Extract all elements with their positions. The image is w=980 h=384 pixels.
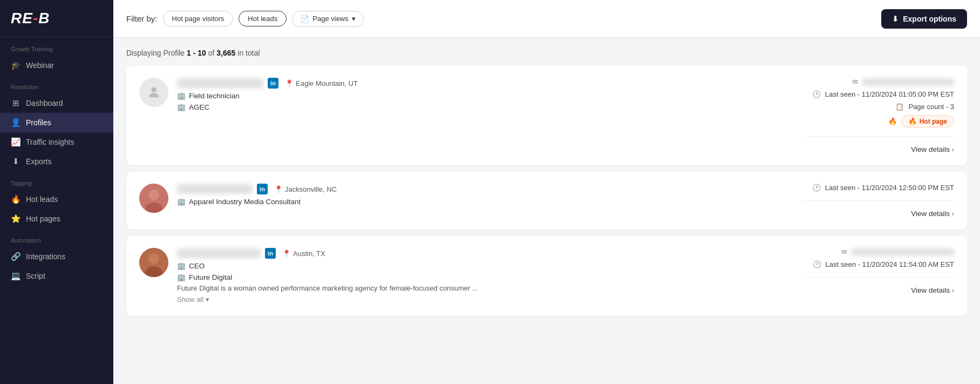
hot-leads-icon: 🔥 <box>11 194 21 204</box>
hot-page-row: 🔥 🔥 Hot page <box>888 115 954 127</box>
profile-left: in 📍 Jacksonville, NC 🏢 Apparel Industry… <box>139 184 803 213</box>
company-text: Future Digital <box>189 273 232 281</box>
sidebar-item-hot-pages[interactable]: ⭐ Hot pages <box>0 209 113 228</box>
profile-location: Austin, TX <box>293 250 325 258</box>
section-label-automation: Automation <box>0 228 113 247</box>
view-details-button[interactable]: View details › <box>911 286 954 294</box>
sidebar-item-dashboard[interactable]: ⊞ Dashboard <box>0 93 113 113</box>
sidebar-item-script[interactable]: 💻 Script <box>0 266 113 286</box>
sidebar-item-label: Profiles <box>26 118 51 127</box>
filter-hot-visitors[interactable]: Hot page visitors <box>163 11 234 26</box>
topbar: Filter by: Hot page visitors Hot leads 📄… <box>113 0 980 38</box>
filter-label: Filter by: <box>126 14 158 23</box>
chevron-right-icon: › <box>952 210 954 218</box>
profile-location: Eagle Mountain, UT <box>296 79 358 87</box>
sidebar-item-label: Dashboard <box>26 99 63 107</box>
clock-icon: 🕐 <box>812 90 821 98</box>
export-icon: ⬇ <box>892 15 899 23</box>
svg-point-2 <box>148 190 159 200</box>
main-content: Filter by: Hot page visitors Hot leads 📄… <box>113 0 980 384</box>
avatar <box>139 184 168 213</box>
sidebar-item-profiles[interactable]: 👤 Profiles <box>0 113 113 132</box>
pin-icon: 📍 <box>274 185 283 193</box>
sidebar-item-traffic-insights[interactable]: 📈 Traffic insights <box>0 132 113 152</box>
profile-name-row: in 📍 Jacksonville, NC <box>177 184 803 194</box>
filter-hot-leads[interactable]: Hot leads <box>239 11 287 26</box>
filter-page-views[interactable]: 📄 Page views ▾ <box>292 11 363 27</box>
page-count-text: Page count - 3 <box>908 103 954 111</box>
company-icon: 🏢 <box>177 273 186 281</box>
integrations-icon: 🔗 <box>11 252 21 261</box>
profile-company: 🏢 Future Digital <box>177 273 803 281</box>
company-text: AGEC <box>189 103 209 111</box>
profile-card: in 📍 Jacksonville, NC 🏢 Apparel Industry… <box>126 172 967 230</box>
profile-right: ✉ 🕐 Last seen - 11/20/2024 11:54:00 AM E… <box>803 248 954 294</box>
last-seen-text: Last seen - 11/20/2024 01:05:00 PM EST <box>825 90 954 98</box>
sidebar-item-label: Integrations <box>26 252 65 261</box>
webinar-icon: 🎓 <box>11 60 21 70</box>
profile-left: in 📍 Eagle Mountain, UT 🏢 Field technici… <box>139 78 803 111</box>
sidebar-item-webinar[interactable]: 🎓 Webinar <box>0 56 113 75</box>
sidebar-item-label: Traffic insights <box>26 138 74 146</box>
profile-name-row: in 📍 Austin, TX <box>177 248 803 259</box>
profile-info: in 📍 Eagle Mountain, UT 🏢 Field technici… <box>177 78 803 111</box>
export-options-button[interactable]: ⬇ Export options <box>881 9 967 29</box>
sidebar-item-label: Hot pages <box>26 214 60 223</box>
profile-job-title: 🏢 Field technician <box>177 92 803 100</box>
last-seen-text: Last seen - 11/20/2024 12:50:00 PM EST <box>825 184 954 192</box>
sidebar-item-label: Exports <box>26 157 51 166</box>
profile-right: ✉ 🕐 Last seen - 11/20/2024 01:05:00 PM E… <box>803 78 954 153</box>
chevron-down-icon: ▾ <box>206 295 209 304</box>
logo-area: RE-B <box>0 0 113 37</box>
profiles-content: Displaying Profile 1 - 10 of 3,665 in to… <box>113 38 980 384</box>
dropdown-chevron-icon: ▾ <box>352 15 356 23</box>
briefcase-icon: 🏢 <box>177 92 186 100</box>
show-all-button[interactable]: Show all ▾ <box>177 295 209 304</box>
page-views-icon: 📄 <box>300 15 309 23</box>
profile-name-blurred <box>177 184 253 194</box>
separator <box>803 277 954 278</box>
section-label-resolution: Resolution <box>0 75 113 93</box>
email-row: ✉ <box>852 78 954 86</box>
traffic-icon: 📈 <box>11 137 21 147</box>
profile-card: in 📍 Austin, TX 🏢 CEO 🏢 Future Digital <box>126 236 967 316</box>
profile-right: 🕐 Last seen - 11/20/2024 12:50:00 PM EST… <box>803 184 954 218</box>
briefcase-icon: 🏢 <box>177 262 186 270</box>
profile-range: 1 - 10 <box>187 49 206 57</box>
chevron-right-icon: › <box>952 146 954 153</box>
chevron-right-icon: › <box>952 287 954 294</box>
profile-job-title: 🏢 CEO <box>177 262 803 270</box>
avatar <box>139 78 168 107</box>
email-icon: ✉ <box>841 248 847 256</box>
exports-icon: ⬇ <box>11 157 21 166</box>
section-label-tagging: Tagging <box>0 171 113 190</box>
email-blurred <box>852 248 954 256</box>
separator <box>803 200 954 201</box>
profile-left: in 📍 Austin, TX 🏢 CEO 🏢 Future Digital <box>139 248 803 304</box>
view-details-button[interactable]: View details › <box>911 210 954 218</box>
briefcase-icon: 🏢 <box>177 198 186 206</box>
sidebar-item-integrations[interactable]: 🔗 Integrations <box>0 247 113 266</box>
profile-total: 3,665 <box>216 49 235 57</box>
fire-icon: 🔥 <box>908 117 917 125</box>
last-seen-row: 🕐 Last seen - 11/20/2024 12:50:00 PM EST <box>812 184 954 192</box>
view-details-label: View details <box>911 145 950 153</box>
avatar <box>139 248 168 277</box>
email-row: ✉ <box>841 248 954 256</box>
pin-icon: 📍 <box>285 79 294 87</box>
profile-card: in 📍 Eagle Mountain, UT 🏢 Field technici… <box>126 66 967 165</box>
hot-page-label: Hot page <box>920 118 947 125</box>
export-label: Export options <box>903 15 956 23</box>
profile-name-blurred <box>177 78 263 88</box>
last-seen-row: 🕐 Last seen - 11/20/2024 01:05:00 PM EST <box>812 90 954 98</box>
view-details-label: View details <box>911 210 950 218</box>
section-label-growth: Growth Training <box>0 37 113 56</box>
clock-icon: 🕐 <box>812 184 821 192</box>
sidebar-item-exports[interactable]: ⬇ Exports <box>0 152 113 171</box>
separator <box>803 136 954 137</box>
view-details-button[interactable]: View details › <box>911 145 954 153</box>
location-inline: 📍 Austin, TX <box>282 250 325 258</box>
sidebar-item-hot-leads[interactable]: 🔥 Hot leads <box>0 190 113 209</box>
sidebar: RE-B Growth Training 🎓 Webinar Resolutio… <box>0 0 113 384</box>
page-views-label: Page views <box>312 15 348 23</box>
